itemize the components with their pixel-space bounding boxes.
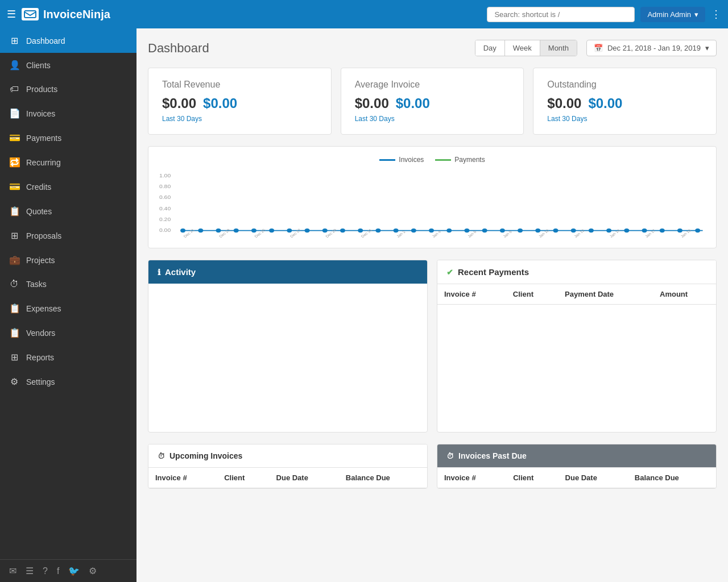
recent-payments-header: ✔ Recent Payments [437, 260, 716, 284]
sidebar-item-reports[interactable]: ⊞ Reports [0, 345, 136, 369]
sidebar-item-payments[interactable]: 💳 Payments [0, 126, 136, 150]
col-payment-date: Payment Date [558, 284, 653, 305]
sidebar-item-credits[interactable]: 💳 Credits [0, 174, 136, 199]
svg-point-28 [535, 228, 540, 232]
sidebar-item-clients[interactable]: 👤 Clients [0, 53, 136, 77]
search-input[interactable] [487, 7, 635, 22]
col-client: Client [506, 468, 558, 488]
sidebar-item-recurring[interactable]: 🔁 Recurring [0, 150, 136, 174]
logo-text: InvoiceNinja [43, 8, 110, 21]
sidebar-item-label: Reports [26, 353, 54, 362]
average-invoice-title: Average Invoice [355, 80, 510, 90]
sidebar-item-label: Vendors [26, 329, 55, 338]
sidebar-item-expenses[interactable]: 📋 Expenses [0, 296, 136, 321]
stat-card-average-invoice: Average Invoice $0.00 $0.00 Last 30 Days [341, 68, 524, 135]
total-revenue-value: $0.00 [162, 95, 196, 111]
svg-text:0.20: 0.20 [159, 217, 171, 222]
list-icon[interactable]: ☰ [26, 566, 34, 576]
upcoming-invoices-panel: ⏱ Upcoming Invoices Invoice # Client Due… [148, 444, 428, 489]
total-revenue-title: Total Revenue [162, 80, 317, 90]
github-icon[interactable]: ⚙ [89, 566, 97, 576]
settings-icon: ⚙ [9, 376, 19, 387]
svg-point-14 [287, 228, 292, 232]
recent-payments-table: Invoice # Client Payment Date Amount [437, 284, 716, 305]
topnav: ☰ InvoiceNinja Admin Admin ▾ ⋮ [0, 0, 728, 28]
svg-point-34 [642, 228, 647, 232]
sidebar-item-proposals[interactable]: ⊞ Proposals [0, 223, 136, 248]
svg-point-31 [589, 228, 594, 232]
activity-header-label: Activity [165, 267, 196, 277]
legend-payments-label: Payments [454, 156, 485, 164]
recent-payments-body: Invoice # Client Payment Date Amount [437, 284, 716, 432]
sidebar-item-invoices[interactable]: 📄 Invoices [0, 101, 136, 126]
sidebar-item-label: Recurring [26, 158, 61, 167]
total-revenue-values: $0.00 $0.00 [162, 95, 317, 111]
average-invoice-value: $0.00 [355, 95, 389, 111]
vendors-icon: 📋 [9, 327, 19, 338]
svg-point-33 [624, 228, 629, 232]
sidebar-item-projects[interactable]: 💼 Projects [0, 248, 136, 272]
svg-point-35 [660, 228, 665, 232]
user-label: Admin Admin [647, 10, 691, 19]
sidebar-item-tasks[interactable]: ⏱ Tasks [0, 272, 136, 296]
activity-panel: ℹ Activity [148, 260, 428, 433]
col-balance-due: Balance Due [628, 468, 716, 488]
sidebar-item-label: Clients [26, 61, 51, 70]
legend-invoices-label: Invoices [399, 156, 424, 164]
email-icon[interactable]: ✉ [9, 566, 16, 576]
twitter-icon[interactable]: 🐦 [68, 566, 80, 576]
col-client: Client [217, 468, 269, 488]
logo-icon [22, 8, 39, 20]
help-icon[interactable]: ? [43, 566, 48, 576]
date-range-dropdown-icon: ▾ [705, 44, 709, 52]
past-due-header: ⏱ Invoices Past Due [437, 444, 716, 468]
bottom-panels: ⏱ Upcoming Invoices Invoice # Client Due… [148, 444, 717, 489]
period-week-button[interactable]: Week [505, 40, 540, 56]
hamburger-icon[interactable]: ☰ [7, 8, 16, 20]
svg-point-37 [695, 228, 700, 232]
recent-payments-icon: ✔ [446, 268, 453, 277]
stat-cards: Total Revenue $0.00 $0.00 Last 30 Days A… [148, 68, 717, 135]
user-menu-button[interactable]: Admin Admin ▾ [640, 7, 705, 22]
sidebar-item-products[interactable]: 🏷 Products [0, 77, 136, 101]
activity-icon: ℹ [158, 268, 160, 277]
sidebar-item-vendors[interactable]: 📋 Vendors [0, 321, 136, 345]
dashboard-header: Dashboard Day Week Month 📅 Dec 21, 2018 … [148, 40, 717, 56]
chart-svg: 1.00 0.80 0.60 0.40 0.20 0.00 [158, 171, 707, 239]
period-day-button[interactable]: Day [475, 40, 505, 56]
svg-point-10 [216, 228, 221, 232]
dashboard-icon: ⊞ [9, 35, 19, 46]
sidebar-item-dashboard[interactable]: ⊞ Dashboard [0, 28, 136, 53]
past-due-icon: ⏱ [446, 452, 454, 460]
svg-point-20 [394, 228, 399, 232]
sidebar: ⊞ Dashboard 👤 Clients 🏷 Products 📄 Invoi… [0, 28, 136, 582]
outstanding-value: $0.00 [547, 95, 581, 111]
svg-point-21 [411, 228, 416, 232]
col-amount: Amount [653, 284, 716, 305]
sidebar-item-quotes[interactable]: 📋 Quotes [0, 199, 136, 223]
outstanding-values: $0.00 $0.00 [547, 95, 702, 111]
invoices-icon: 📄 [9, 108, 19, 119]
reports-icon: ⊞ [9, 352, 19, 363]
panels-row: ℹ Activity ✔ Recent Payments Invoice # C [148, 260, 717, 433]
col-client: Client [506, 284, 558, 305]
svg-point-29 [553, 228, 559, 232]
col-balance-due: Balance Due [339, 468, 427, 488]
search-box[interactable] [487, 7, 635, 22]
col-inv-num: Invoice # [148, 468, 217, 488]
svg-text:0.00: 0.00 [159, 227, 171, 233]
outstanding-title: Outstanding [547, 80, 702, 90]
svg-point-36 [677, 228, 682, 232]
tasks-icon: ⏱ [9, 279, 19, 289]
period-month-button[interactable]: Month [540, 40, 577, 56]
sidebar-item-label: Payments [26, 134, 61, 143]
facebook-icon[interactable]: f [57, 566, 59, 576]
svg-point-27 [518, 228, 523, 232]
topnav-menu-icon[interactable]: ⋮ [711, 8, 721, 20]
date-range-label: Dec 21, 2018 - Jan 19, 2019 [607, 44, 701, 52]
sidebar-item-settings[interactable]: ⚙ Settings [0, 369, 136, 394]
svg-point-17 [340, 228, 345, 232]
date-range-button[interactable]: 📅 Dec 21, 2018 - Jan 19, 2019 ▾ [586, 40, 717, 56]
past-due-panel: ⏱ Invoices Past Due Invoice # Client Due… [437, 444, 717, 489]
total-revenue-sub: Last 30 Days [162, 115, 317, 123]
